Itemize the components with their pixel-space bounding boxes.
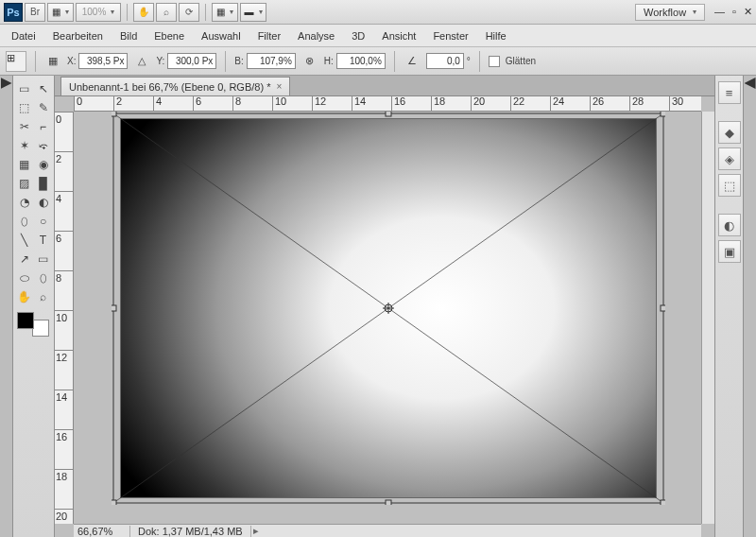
tool-slice[interactable]: ⌐: [34, 117, 52, 135]
angle-icon: ∠: [404, 53, 421, 70]
tool-brush[interactable]: ⤽: [34, 136, 52, 154]
delta-icon[interactable]: △: [133, 53, 150, 70]
menu-auswahl[interactable]: Auswahl: [201, 30, 241, 42]
tool-3dcam[interactable]: ⬯: [34, 268, 52, 286]
status-zoom[interactable]: 66,67%: [74, 526, 130, 537]
tool-crop[interactable]: ✂: [15, 117, 33, 135]
svg-rect-6: [112, 112, 116, 116]
tool-notes[interactable]: ↗: [15, 250, 33, 268]
color-swatch[interactable]: [15, 310, 51, 338]
tool-marquee[interactable]: ▭: [15, 79, 33, 97]
status-docinfo[interactable]: Dok: 1,37 MB/1,43 MB: [130, 526, 251, 537]
y-label: Y:: [156, 56, 164, 66]
svg-rect-13: [661, 500, 665, 505]
tab-close-icon[interactable]: ×: [276, 81, 282, 92]
y-input[interactable]: 300,0 Px: [167, 53, 216, 69]
toolbox: ▭↖ ⬚✎ ✂⌐ ✶⤽ ▦◉ ▨█ ◔◐ ⬯○ ╲T ↗▭ ⬭⬯ ✋⌕: [13, 76, 55, 537]
tool-history[interactable]: ◉: [34, 155, 52, 173]
svg-rect-7: [386, 112, 391, 116]
smooth-label: Glätten: [506, 56, 536, 66]
hand-tool-button[interactable]: ✋: [133, 3, 154, 22]
menu-analyse[interactable]: Analyse: [298, 30, 335, 42]
menu-datei[interactable]: Datei: [11, 30, 36, 42]
document-tabbar: Unbenannt-1 bei 66,7% (Ebene 0, RGB/8) *…: [55, 76, 714, 96]
svg-rect-8: [661, 112, 665, 116]
background-color[interactable]: [32, 320, 49, 337]
arrange-dropdown[interactable]: ▦: [212, 3, 238, 22]
canvas[interactable]: [121, 119, 656, 497]
tool-path[interactable]: ╲: [15, 231, 33, 249]
menu-fenster[interactable]: Fenster: [433, 30, 468, 42]
tool-type[interactable]: ○: [34, 212, 52, 230]
panel-dock: ≡ ◆ ◈ ⬚ ◐ ▣: [714, 76, 743, 537]
dock-mask-icon[interactable]: ▣: [718, 240, 741, 263]
tool-shape[interactable]: T: [34, 231, 52, 249]
x-label: X:: [67, 56, 76, 66]
zoom-dropdown[interactable]: 100%: [76, 3, 121, 22]
menu-filter[interactable]: Filter: [258, 30, 281, 42]
canvas-area[interactable]: [74, 112, 701, 524]
tool-gradient[interactable]: █: [34, 174, 52, 192]
link-wh-icon[interactable]: ⊗: [301, 53, 318, 70]
tool-stamp[interactable]: ▦: [15, 155, 33, 173]
tool-3d[interactable]: ⬭: [15, 268, 33, 286]
tool-lasso[interactable]: ⬚: [15, 98, 33, 116]
tool-wand[interactable]: ✎: [34, 98, 52, 116]
ruler-horizontal[interactable]: 024681012141618202224262830: [74, 96, 701, 112]
screen-mode-dropdown[interactable]: ▦: [47, 3, 74, 22]
status-arrow-icon[interactable]: ▸: [251, 525, 261, 537]
menu-ebene[interactable]: Ebene: [154, 30, 184, 42]
document-tab[interactable]: Unbenannt-1 bei 66,7% (Ebene 0, RGB/8) *…: [60, 77, 290, 95]
menu-3d[interactable]: 3D: [352, 30, 365, 42]
angle-input[interactable]: 0,0: [426, 53, 464, 69]
reference-point-icon[interactable]: ▦: [44, 53, 61, 70]
tool-blur[interactable]: ◔: [15, 193, 33, 211]
smooth-checkbox[interactable]: [489, 56, 500, 67]
dock-adjust-icon[interactable]: ◐: [718, 214, 741, 236]
tool-eraser[interactable]: ▨: [15, 174, 33, 192]
menu-bild[interactable]: Bild: [120, 30, 137, 42]
tool-eyedrop[interactable]: ▭: [34, 250, 52, 268]
bridge-button[interactable]: Br: [25, 3, 45, 22]
options-bar: ⊞ ▦ X: 398,5 Px △ Y: 300,0 Px B: 107,9% …: [0, 47, 756, 76]
w-label: B:: [234, 56, 243, 66]
tool-zoom[interactable]: ⌕: [34, 287, 52, 305]
tool-dodge[interactable]: ◐: [34, 193, 52, 211]
zoom-tool-button[interactable]: ⌕: [156, 3, 177, 22]
maximize-button[interactable]: ▫: [732, 6, 736, 18]
foreground-color[interactable]: [17, 312, 34, 329]
tool-heal[interactable]: ✶: [15, 136, 33, 154]
menu-bearbeiten[interactable]: Bearbeiten: [53, 30, 103, 42]
h-label: H:: [324, 56, 334, 66]
rotate-view-button[interactable]: ⟳: [179, 3, 199, 22]
tool-hand[interactable]: ✋: [15, 287, 33, 305]
minimize-button[interactable]: —: [714, 6, 725, 18]
svg-rect-9: [112, 305, 116, 311]
dock-menu-icon[interactable]: ≡: [718, 81, 741, 104]
tool-move[interactable]: ↖: [34, 79, 52, 97]
w-input[interactable]: 107,9%: [247, 53, 296, 69]
dock-layers-icon[interactable]: ◆: [718, 121, 741, 144]
scrollbar-vertical[interactable]: [701, 112, 714, 524]
ruler-vertical[interactable]: 02468101214161820: [55, 112, 74, 524]
angle-unit: °: [467, 56, 471, 66]
h-input[interactable]: 100,0%: [336, 53, 386, 69]
right-gutter[interactable]: [743, 76, 756, 537]
workspace-dropdown[interactable]: Workflow: [635, 4, 705, 21]
workspace: 024681012141618202224262830 024681012141…: [55, 96, 714, 537]
close-button[interactable]: ✕: [744, 6, 752, 18]
status-bar: 66,67% Dok: 1,37 MB/1,43 MB ▸: [74, 524, 701, 537]
tool-pen[interactable]: ⬯: [15, 212, 33, 230]
tab-title: Unbenannt-1 bei 66,7% (Ebene 0, RGB/8) *: [69, 81, 270, 93]
dock-channels-icon[interactable]: ◈: [718, 147, 741, 170]
menu-hilfe[interactable]: Hilfe: [486, 30, 507, 42]
dock-paths-icon[interactable]: ⬚: [718, 174, 741, 197]
screenmode2-dropdown[interactable]: ▬: [240, 3, 266, 22]
menu-ansicht[interactable]: Ansicht: [382, 30, 416, 42]
left-gutter[interactable]: [0, 76, 13, 537]
titlebar: Ps Br ▦ 100% ✋ ⌕ ⟳ ▦ ▬ Workflow — ▫ ✕: [0, 0, 756, 25]
menubar: Datei Bearbeiten Bild Ebene Auswahl Filt…: [0, 25, 756, 47]
x-input[interactable]: 398,5 Px: [78, 53, 128, 69]
svg-rect-12: [386, 500, 391, 505]
transform-tool-icon[interactable]: ⊞: [6, 51, 26, 72]
